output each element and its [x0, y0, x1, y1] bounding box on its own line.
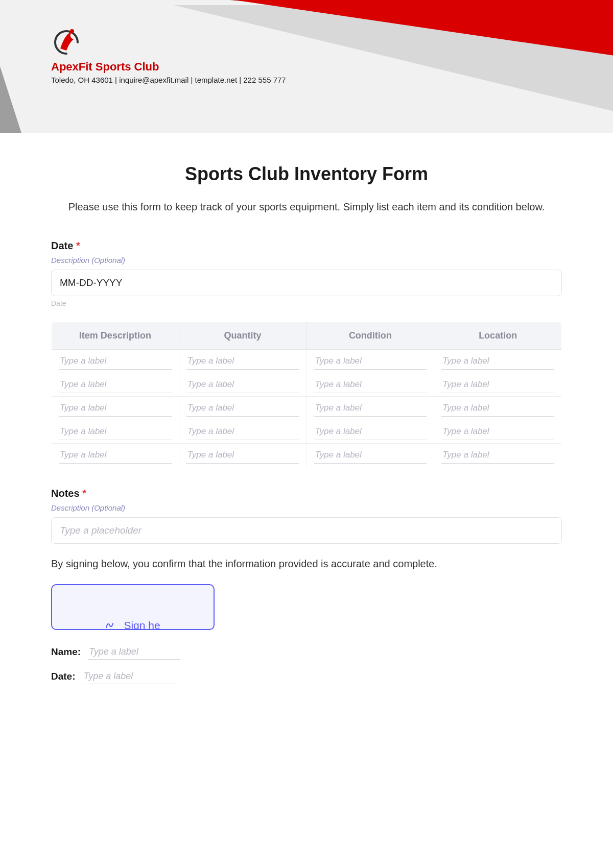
- col-quantity: Quantity: [179, 322, 306, 350]
- table-cell: [52, 350, 179, 373]
- table-cell: [179, 397, 306, 420]
- table-row: [52, 444, 562, 467]
- cell-input[interactable]: [314, 423, 427, 440]
- cell-input[interactable]: [441, 423, 554, 440]
- date-desc: Description (Optional): [51, 256, 562, 264]
- letterhead-header: ApexFit Sports Club Toledo, OH 43601 | i…: [0, 0, 613, 133]
- notes-label: Notes *: [51, 488, 562, 499]
- confirm-text: By signing below, you confirm that the i…: [51, 558, 562, 570]
- table-row: [52, 420, 562, 444]
- name-label: Name:: [51, 646, 81, 658]
- table-cell: [434, 420, 562, 444]
- table-row: [52, 350, 562, 373]
- table-cell: [434, 444, 562, 467]
- col-location: Location: [434, 322, 562, 350]
- cell-input[interactable]: [59, 423, 172, 440]
- table-cell: [434, 397, 562, 420]
- cell-input[interactable]: [441, 400, 554, 417]
- signature-box[interactable]: Sign he: [51, 584, 215, 630]
- required-mark: *: [82, 488, 86, 499]
- date-input[interactable]: [51, 270, 562, 296]
- table-row: [52, 373, 562, 397]
- form-title: Sports Club Inventory Form: [51, 163, 562, 185]
- table-cell: [52, 420, 179, 444]
- name-line: Name:: [51, 644, 562, 660]
- notes-label-text: Notes: [51, 488, 80, 499]
- decor-triangle-side: [0, 66, 23, 133]
- col-condition: Condition: [306, 322, 434, 350]
- cell-input[interactable]: [441, 353, 554, 370]
- cell-input[interactable]: [314, 400, 427, 417]
- cell-input[interactable]: [186, 400, 299, 417]
- table-cell: [306, 373, 434, 397]
- table-cell: [179, 350, 306, 373]
- table-cell: [306, 397, 434, 420]
- date-field-group: Date * Description (Optional) Date: [51, 240, 562, 307]
- table-cell: [434, 350, 562, 373]
- cell-input[interactable]: [314, 353, 427, 370]
- table-cell: [179, 444, 306, 467]
- brand-block: ApexFit Sports Club Toledo, OH 43601 | i…: [51, 28, 286, 84]
- cell-input[interactable]: [59, 353, 172, 370]
- date-helper: Date: [51, 299, 562, 307]
- cell-input[interactable]: [314, 447, 427, 464]
- table-cell: [179, 373, 306, 397]
- signature-icon: [105, 618, 119, 630]
- table-cell: [434, 373, 562, 397]
- notes-desc: Description (Optional): [51, 503, 562, 512]
- table-cell: [306, 350, 434, 373]
- cell-input[interactable]: [441, 376, 554, 393]
- sig-date-input[interactable]: [83, 669, 175, 684]
- cell-input[interactable]: [59, 447, 172, 464]
- table-cell: [306, 420, 434, 444]
- signature-hint: Sign he: [105, 618, 160, 630]
- cell-input[interactable]: [59, 400, 172, 417]
- notes-field-group: Notes * Description (Optional): [51, 488, 562, 544]
- cell-input[interactable]: [186, 376, 299, 393]
- brand-name: ApexFit Sports Club: [51, 60, 286, 74]
- col-item-description: Item Description: [52, 322, 179, 350]
- form-intro: Please use this form to keep track of yo…: [51, 199, 562, 214]
- table-cell: [52, 397, 179, 420]
- date-label: Date *: [51, 240, 562, 252]
- notes-input[interactable]: [51, 517, 562, 544]
- required-mark: *: [76, 240, 80, 251]
- sig-date-line: Date:: [51, 669, 562, 684]
- sig-date-label: Date:: [51, 671, 76, 682]
- cell-input[interactable]: [314, 376, 427, 393]
- table-cell: [52, 373, 179, 397]
- inventory-table: Item Description Quantity Condition Loca…: [51, 322, 562, 467]
- cell-input[interactable]: [59, 376, 172, 393]
- brand-contact: Toledo, OH 43601 | inquire@apexfit.mail …: [51, 76, 286, 84]
- cell-input[interactable]: [186, 353, 299, 370]
- cell-input[interactable]: [186, 447, 299, 464]
- cell-input[interactable]: [441, 447, 554, 464]
- table-cell: [306, 444, 434, 467]
- cell-input[interactable]: [186, 423, 299, 440]
- table-cell: [52, 444, 179, 467]
- brand-logo-icon: [51, 28, 82, 56]
- svg-point-0: [70, 29, 74, 33]
- table-row: [52, 397, 562, 420]
- table-header-row: Item Description Quantity Condition Loca…: [52, 322, 562, 350]
- signature-label: Sign he: [124, 619, 160, 631]
- name-input[interactable]: [88, 644, 180, 660]
- form-body: Sports Club Inventory Form Please use th…: [0, 133, 613, 714]
- date-label-text: Date: [51, 240, 73, 251]
- table-cell: [179, 420, 306, 444]
